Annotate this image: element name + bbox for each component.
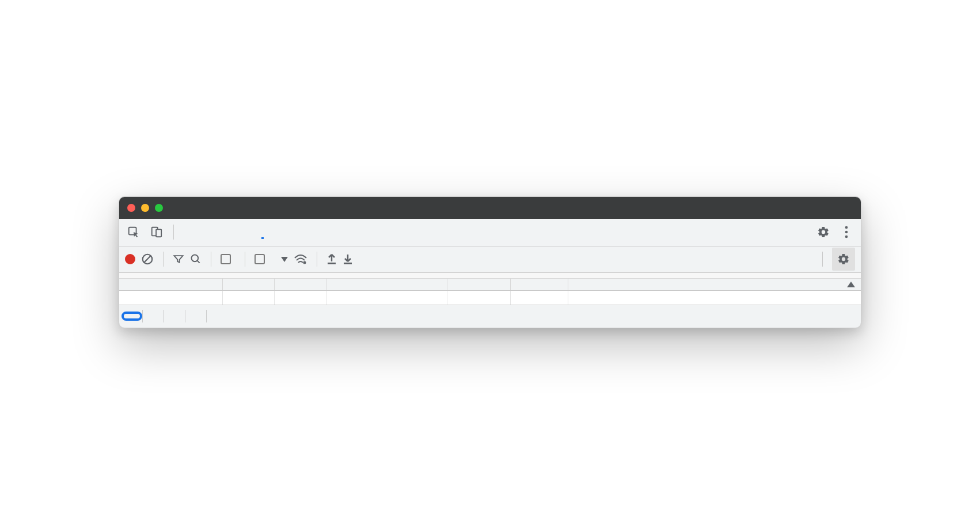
chevron-down-icon	[281, 257, 288, 262]
tabs	[181, 226, 310, 238]
svg-line-9	[197, 261, 200, 263]
col-status[interactable]	[223, 279, 275, 290]
preserve-log-checkbox[interactable]	[221, 254, 235, 264]
maximize-icon[interactable]	[155, 204, 163, 212]
svg-rect-2	[156, 229, 161, 237]
throttling-dropdown[interactable]	[275, 257, 288, 262]
svg-point-4	[845, 231, 848, 234]
network-toolbar	[119, 246, 861, 273]
separator	[822, 252, 823, 267]
traffic-lights	[127, 204, 163, 212]
inspect-element-icon[interactable]	[124, 222, 143, 242]
svg-point-10	[303, 261, 306, 264]
filter-strip	[119, 273, 861, 279]
col-initiator[interactable]	[326, 279, 447, 290]
status-requests	[121, 312, 142, 321]
separator	[245, 252, 245, 267]
device-toggle-icon[interactable]	[147, 222, 166, 242]
import-har-icon[interactable]	[326, 253, 337, 265]
status-bar	[119, 305, 861, 328]
record-icon	[125, 254, 135, 264]
sort-asc-icon	[847, 282, 855, 287]
svg-line-7	[144, 256, 151, 263]
tab-network[interactable]	[261, 226, 264, 239]
overview-row	[119, 291, 861, 305]
devtools-window	[119, 196, 861, 328]
svg-rect-11	[328, 263, 336, 264]
separator	[211, 252, 211, 267]
checkbox-icon	[255, 254, 265, 264]
svg-point-3	[845, 226, 848, 229]
search-icon[interactable]	[190, 253, 202, 265]
tab-console[interactable]	[215, 226, 218, 238]
col-waterfall[interactable]	[568, 279, 861, 290]
separator	[317, 252, 317, 267]
checkbox-icon	[221, 254, 231, 264]
titlebar	[119, 197, 861, 219]
column-headers	[119, 279, 861, 291]
record-button[interactable]	[125, 254, 135, 264]
network-conditions-icon[interactable]	[294, 253, 307, 265]
minimize-icon[interactable]	[141, 204, 149, 212]
kebab-menu-icon[interactable]	[837, 222, 856, 242]
tab-elements[interactable]	[192, 226, 195, 238]
svg-rect-12	[344, 263, 352, 264]
col-type[interactable]	[275, 279, 326, 290]
disable-cache-checkbox[interactable]	[255, 254, 269, 264]
separator	[163, 252, 164, 267]
tab-sources[interactable]	[238, 226, 241, 238]
col-time[interactable]	[511, 279, 568, 290]
clear-button[interactable]	[141, 253, 154, 265]
network-settings-button[interactable]	[832, 248, 855, 271]
close-icon[interactable]	[127, 204, 135, 212]
svg-point-8	[192, 255, 199, 262]
filter-icon[interactable]	[173, 253, 184, 265]
separator	[173, 225, 174, 240]
tab-performance[interactable]	[284, 226, 287, 238]
request-table	[119, 291, 861, 305]
export-har-icon[interactable]	[343, 253, 353, 265]
col-size[interactable]	[447, 279, 511, 290]
col-name[interactable]	[119, 279, 223, 290]
main-tabbar	[119, 219, 861, 246]
svg-point-5	[845, 236, 848, 238]
settings-gear-icon[interactable]	[814, 222, 833, 242]
tabs-overflow[interactable]	[307, 226, 310, 238]
